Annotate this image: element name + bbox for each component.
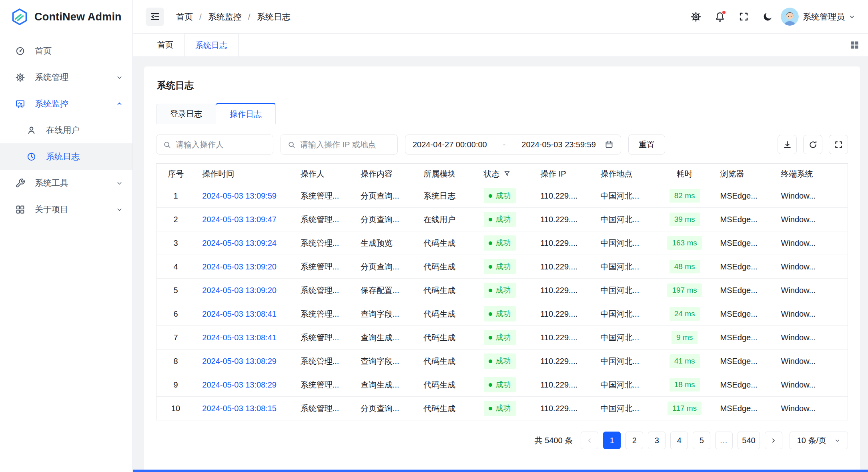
- cost-badge: 41 ms: [670, 354, 700, 368]
- log-type-tabs: 登录日志操作日志: [156, 103, 848, 124]
- cell-content: 分页查询...: [353, 255, 416, 279]
- cell-os: Window...: [774, 231, 848, 255]
- log-detail-link[interactable]: 2024-05-03 13:09:47: [202, 215, 277, 224]
- refresh-button[interactable]: [803, 135, 822, 154]
- wrench-icon: [15, 178, 25, 188]
- dark-mode-icon[interactable]: [762, 11, 774, 22]
- cell-ip: 110.229....: [533, 231, 593, 255]
- cell-no: 7: [156, 326, 195, 349]
- cell-os: Window...: [774, 326, 848, 349]
- cell-location: 中国河北...: [593, 349, 656, 373]
- cell-browser: MSEdge...: [713, 231, 774, 255]
- sidebar-item-system-management[interactable]: 系统管理: [0, 64, 132, 90]
- sidebar-item-online-users[interactable]: 在线用户: [0, 117, 132, 143]
- log-detail-link[interactable]: 2024-05-03 13:09:59: [202, 191, 277, 200]
- status-filter-button[interactable]: [503, 170, 511, 177]
- app-logo-icon: [10, 8, 29, 26]
- cell-location: 中国河北...: [593, 326, 656, 349]
- cell-operator: 系统管理...: [293, 184, 353, 208]
- cell-no: 2: [156, 208, 195, 231]
- log-detail-link[interactable]: 2024-05-03 13:08:41: [202, 333, 277, 342]
- ip-search-input[interactable]: [300, 140, 391, 149]
- operator-search-input[interactable]: [176, 140, 267, 149]
- fullscreen-icon[interactable]: [738, 11, 750, 22]
- cell-content: 保存配置...: [353, 279, 416, 302]
- notifications-button[interactable]: [714, 11, 726, 22]
- user-menu[interactable]: 系统管理员: [781, 8, 855, 26]
- status-badge: 成功: [484, 306, 516, 321]
- breadcrumb: 首页/系统监控/系统日志: [176, 11, 291, 22]
- date-range-picker[interactable]: 2024-04-27 00:00:00 - 2024-05-03 23:59:5…: [405, 135, 621, 155]
- table-header-row: 序号操作时间操作人操作内容所属模块状态操作 IP操作地点耗时浏览器终端系统: [156, 164, 848, 184]
- cell-os: Window...: [774, 255, 848, 279]
- cell-content: 查询字段...: [353, 349, 416, 373]
- date-separator: -: [487, 140, 522, 149]
- sidebar-item-about-project[interactable]: 关于项目: [0, 196, 132, 223]
- status-badge: 成功: [484, 353, 516, 369]
- cell-operator: 系统管理...: [293, 397, 353, 420]
- breadcrumb-item[interactable]: 系统日志: [257, 11, 291, 22]
- page-size-select[interactable]: 10 条/页: [790, 432, 848, 449]
- log-detail-link[interactable]: 2024-05-03 13:09:20: [202, 286, 277, 295]
- view-tab-home[interactable]: 首页: [146, 34, 184, 56]
- sidebar-item-system-monitor[interactable]: 系统监控: [0, 90, 132, 117]
- download-button[interactable]: [778, 135, 797, 154]
- cell-no: 6: [156, 302, 195, 326]
- refresh-icon: [808, 140, 818, 149]
- log-detail-link[interactable]: 2024-05-03 13:08:41: [202, 309, 277, 318]
- app-logo[interactable]: ContiNew Admin: [0, 0, 132, 34]
- table-toolbar: [778, 135, 848, 154]
- cell-location: 中国河北...: [593, 184, 656, 208]
- cell-os: Window...: [774, 397, 848, 420]
- cell-cost: 9 ms: [656, 326, 713, 349]
- view-tab-system-logs[interactable]: 系统日志: [184, 34, 239, 56]
- column-label: 状态: [484, 169, 500, 179]
- log-detail-link[interactable]: 2024-05-03 13:09:20: [202, 262, 277, 271]
- cell-browser: MSEdge...: [713, 255, 774, 279]
- cell-content: 分页查询...: [353, 397, 416, 420]
- page-button-1[interactable]: 1: [603, 432, 621, 449]
- sidebar-item-system-logs[interactable]: 系统日志: [0, 143, 132, 170]
- tab-options-icon[interactable]: [849, 40, 860, 50]
- status-dot-icon: [489, 265, 492, 269]
- reset-button[interactable]: 重置: [628, 135, 665, 155]
- sidebar-item-system-tools[interactable]: 系统工具: [0, 170, 132, 196]
- page-button-4[interactable]: 4: [670, 432, 688, 449]
- cell-content: 生成预览: [353, 231, 416, 255]
- column-header-status: 状态: [477, 164, 533, 184]
- settings-icon[interactable]: [690, 11, 702, 22]
- cell-module: 代码生成: [416, 255, 476, 279]
- cell-cost: 163 ms: [656, 231, 713, 255]
- prev-page-button[interactable]: [581, 432, 598, 449]
- cell-location: 中国河北...: [593, 231, 656, 255]
- tab-operation-log[interactable]: 操作日志: [216, 103, 276, 124]
- page-ellipsis-button[interactable]: …: [715, 432, 733, 449]
- cell-time: 2024-05-03 13:08:41: [195, 302, 293, 326]
- next-page-button[interactable]: [765, 432, 782, 449]
- column-header-content: 操作内容: [353, 164, 416, 184]
- cell-module: 代码生成: [416, 279, 476, 302]
- status-dot-icon: [489, 360, 492, 363]
- breadcrumb-item[interactable]: 系统监控: [208, 11, 242, 22]
- log-detail-link[interactable]: 2024-05-03 13:08:29: [202, 380, 277, 389]
- cell-operator: 系统管理...: [293, 231, 353, 255]
- breadcrumb-item[interactable]: 首页: [176, 11, 193, 22]
- sidebar-item-home[interactable]: 首页: [0, 38, 132, 64]
- log-detail-link[interactable]: 2024-05-03 13:08:15: [202, 404, 277, 413]
- cell-status: 成功: [477, 279, 533, 302]
- table-row: 102024-05-03 13:08:15系统管理...分页查询...代码生成成…: [156, 397, 848, 420]
- page-button-5[interactable]: 5: [693, 432, 710, 449]
- sidebar-item-label: 系统监控: [35, 98, 68, 109]
- page-button-2[interactable]: 2: [625, 432, 643, 449]
- cell-module: 在线用户: [416, 208, 476, 231]
- expand-button[interactable]: [829, 135, 848, 154]
- tab-login-log[interactable]: 登录日志: [156, 104, 216, 124]
- page-button-540[interactable]: 540: [738, 432, 760, 449]
- cell-cost: 39 ms: [656, 208, 713, 231]
- log-detail-link[interactable]: 2024-05-03 13:09:24: [202, 239, 277, 247]
- log-detail-link[interactable]: 2024-05-03 13:08:29: [202, 357, 277, 366]
- cell-status: 成功: [477, 184, 533, 208]
- cost-badge: 9 ms: [672, 331, 698, 344]
- sidebar-collapse-button[interactable]: [146, 8, 164, 26]
- page-button-3[interactable]: 3: [648, 432, 666, 449]
